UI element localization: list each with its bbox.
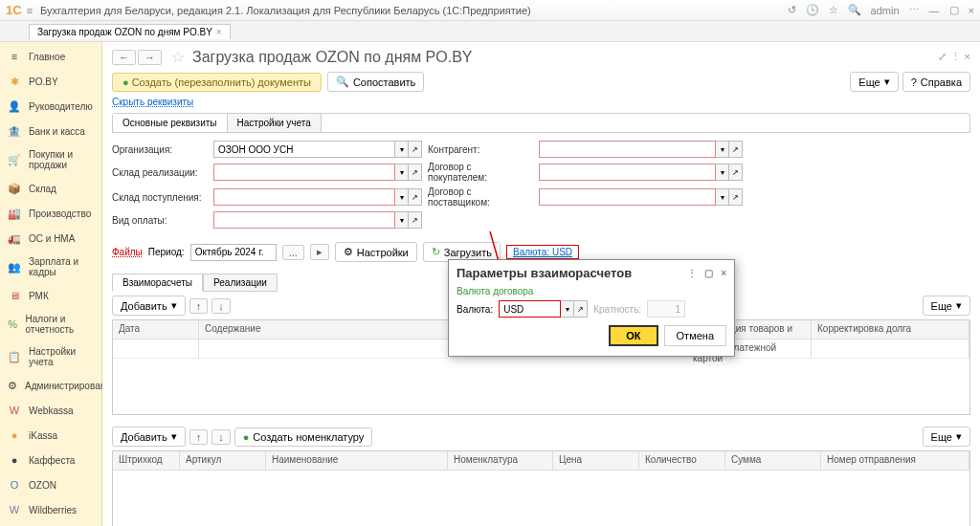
period-picker-button[interactable]: ... — [282, 245, 304, 260]
dropdown-icon[interactable]: ▾ — [561, 300, 574, 318]
open-icon[interactable]: ↗ — [729, 188, 743, 206]
more-table1-button[interactable]: Еще ▾ — [923, 296, 970, 316]
open-icon[interactable]: ↗ — [409, 141, 422, 158]
items-table[interactable]: Штрихкод Артикул Наименование Номенклату… — [112, 450, 970, 526]
col-qty: Количество — [639, 451, 725, 470]
kontragent-input[interactable] — [539, 141, 716, 158]
sidebar-item-0[interactable]: ≡Главное — [0, 44, 101, 69]
minimize-icon[interactable]: — — [929, 5, 940, 16]
dialog-close-icon[interactable]: × — [721, 268, 726, 278]
col-date: Дата — [113, 320, 199, 339]
dropdown-icon[interactable]: ▾ — [395, 164, 409, 181]
history-icon[interactable]: ↺ — [788, 4, 796, 16]
dropdown-icon[interactable]: ▾ — [716, 188, 729, 206]
currency-link[interactable]: Валюта: USD — [506, 245, 579, 259]
sidebar-item-2[interactable]: 👤Руководителю — [0, 94, 101, 119]
sidebar-item-3[interactable]: 🏦Банк и касса — [0, 119, 101, 143]
dialog-more-icon[interactable]: ⋮ — [687, 268, 697, 278]
sidebar-item-5[interactable]: 📦Склад — [0, 176, 101, 201]
open-icon[interactable]: ↗ — [729, 141, 743, 158]
dialog-maximize-icon[interactable]: ▢ — [704, 268, 713, 278]
sidebar-item-11[interactable]: 📋Настройки учета — [0, 340, 101, 373]
dogovor-post-input[interactable] — [539, 188, 716, 206]
period-input[interactable] — [190, 244, 277, 261]
more-button[interactable]: Еще ▾ — [850, 72, 898, 92]
dropdown-icon[interactable]: ▾ — [716, 141, 729, 158]
sidebar-item-9[interactable]: 🖥РМК — [0, 283, 101, 308]
hide-props-link[interactable]: Скрыть реквизиты — [102, 97, 203, 113]
sidebar-item-1[interactable]: ✱PO.BY — [0, 69, 101, 94]
files-link[interactable]: Файлы — [112, 247, 143, 257]
burger-icon[interactable]: ≡ — [27, 5, 33, 16]
open-icon[interactable]: ↗ — [729, 164, 743, 181]
subtab-sales[interactable]: Реализации — [203, 274, 278, 292]
dropdown-icon[interactable]: ▾ — [395, 188, 409, 206]
currency-input[interactable] — [499, 300, 561, 318]
sklad-real-input[interactable] — [213, 164, 395, 181]
settings-button[interactable]: ⚙ Настройки — [335, 242, 417, 262]
sidebar-item-15[interactable]: ●Каффеста — [0, 448, 101, 472]
nav-back-button[interactable]: ← — [112, 50, 136, 65]
sidebar-item-4[interactable]: 🛒Покупки и продажи — [0, 143, 101, 176]
org-input[interactable] — [213, 141, 395, 158]
tab-accounting-settings[interactable]: Настройки учета — [228, 114, 322, 132]
kratnost-input[interactable] — [647, 300, 685, 318]
sidebar-item-17[interactable]: WWildberries — [0, 497, 101, 522]
maximize-icon[interactable]: ▢ — [949, 4, 959, 16]
search-icon[interactable]: 🔍 — [848, 4, 861, 16]
ok-button[interactable]: ОК — [609, 325, 657, 346]
dropdown-icon[interactable]: ▾ — [395, 211, 409, 229]
sklad-post-input[interactable] — [213, 188, 395, 206]
sidebar-item-16[interactable]: OOZON — [0, 472, 101, 497]
move-up-button[interactable]: ↑ — [189, 298, 209, 314]
dropdown-icon[interactable]: ▾ — [395, 141, 409, 158]
compare-button[interactable]: 🔍 Сопоставить — [327, 72, 424, 92]
favorite-star-icon[interactable]: ☆ — [171, 48, 185, 66]
document-tab[interactable]: Загрузка продаж OZON по дням PO.BY × — [29, 24, 231, 39]
move-down-button[interactable]: ↓ — [212, 298, 231, 314]
sidebar-icon: 📦 — [8, 182, 21, 195]
more-table2-button[interactable]: Еще ▾ — [923, 427, 970, 447]
move-up2-button[interactable]: ↑ — [189, 429, 209, 445]
sidebar-label: Банк и касса — [29, 126, 85, 137]
vid-oplaty-input[interactable] — [213, 211, 395, 229]
sidebar-item-7[interactable]: 🚛ОС и НМА — [0, 226, 101, 251]
help-button[interactable]: ? Справка — [902, 72, 970, 92]
sidebar-item-13[interactable]: WWebkassa — [0, 398, 101, 423]
clock-icon[interactable]: 🕓 — [806, 4, 819, 16]
subtab-settlements[interactable]: Взаиморасчеты — [112, 274, 203, 292]
create-documents-button[interactable]: ●Создать (перезаполнить) документы — [112, 73, 322, 92]
move-down2-button[interactable]: ↓ — [212, 429, 231, 445]
dogovor-pokup-input[interactable] — [539, 164, 716, 181]
add-row2-button[interactable]: Добавить ▾ — [112, 427, 186, 447]
favorite-icon[interactable]: ☆ — [829, 4, 838, 16]
sidebar-item-14[interactable]: ●iKassa — [0, 423, 101, 448]
sidebar-item-10[interactable]: %Налоги и отчетность — [0, 308, 101, 340]
sidebar-item-8[interactable]: 👥Зарплата и кадры — [0, 251, 101, 283]
sidebar-item-12[interactable]: ⚙Администрирование — [0, 373, 101, 398]
more-icon[interactable]: ⋮ — [950, 51, 961, 63]
period-next-button[interactable]: ▸ — [310, 244, 329, 260]
dialog-title: Параметры взаиморасчетов — [457, 266, 632, 280]
nav-forward-button[interactable]: → — [138, 50, 162, 65]
add-row-button[interactable]: Добавить ▾ — [112, 296, 186, 316]
tab-close-icon[interactable]: × — [216, 27, 222, 37]
dropdown-icon[interactable]: ▾ — [716, 164, 729, 181]
cancel-button[interactable]: Отмена — [664, 325, 726, 346]
tab-main-props[interactable]: Основные реквизиты — [113, 114, 228, 132]
expand-icon[interactable]: ⤢ — [938, 51, 947, 63]
currency-label: Валюта: — [457, 304, 493, 315]
open-icon[interactable]: ↗ — [574, 300, 588, 318]
close-window-icon[interactable]: × — [969, 5, 974, 16]
sidebar-label: iKassa — [29, 430, 57, 441]
close-page-icon[interactable]: × — [965, 51, 970, 63]
sidebar-item-6[interactable]: 🏭Производство — [0, 201, 101, 226]
create-nomenclature-button[interactable]: ● Создать номенклатуру — [234, 427, 373, 447]
open-icon[interactable]: ↗ — [409, 164, 422, 181]
document-tabbar: Загрузка продаж OZON по дням PO.BY × — [0, 21, 980, 42]
open-icon[interactable]: ↗ — [409, 188, 422, 206]
period-label: Период: — [148, 247, 185, 257]
user-label[interactable]: admin — [871, 5, 900, 16]
options-icon[interactable]: ⋯ — [909, 4, 920, 16]
open-icon[interactable]: ↗ — [409, 211, 422, 229]
